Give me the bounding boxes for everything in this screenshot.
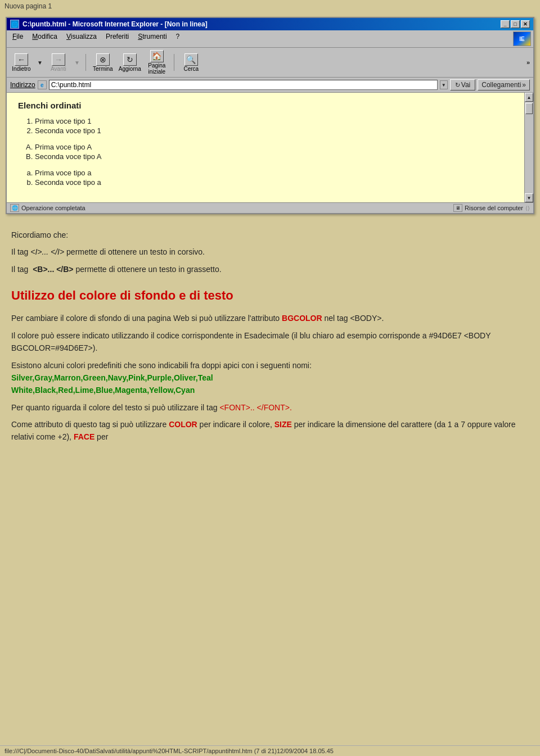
- refresh-button[interactable]: ↻ Aggiorna: [119, 53, 141, 72]
- intro-para-1: Il tag <I>... </I> permette di ottenere …: [11, 246, 529, 258]
- menu-strumenti[interactable]: Strumenti: [134, 31, 170, 46]
- tab-bar: Nuova pagina 1: [0, 0, 540, 12]
- collegamenti-label: Collegamenti: [482, 81, 521, 89]
- address-input-container[interactable]: [49, 80, 438, 90]
- menu-preferiti[interactable]: Preferiti: [102, 31, 132, 46]
- list-section-3: Prima voce tipo a Seconda voce tipo a: [18, 169, 513, 187]
- list-item: Prima voce tipo 1: [35, 117, 513, 125]
- resources-icon: 🖥: [453, 204, 462, 212]
- colors-line1: Silver,Gray,Marron,Green,Navy,Pink,Purpl…: [11, 373, 213, 382]
- tag-b-open: <B>... </B>: [33, 265, 73, 274]
- toolbar-more[interactable]: »: [526, 59, 530, 66]
- browser-title: C:\puntb.html - Microsoft Internet Explo…: [22, 20, 208, 28]
- ie-logo: IE: [513, 31, 531, 46]
- search-icon: 🔍: [184, 53, 198, 66]
- content-heading: Elenchi ordinati: [18, 101, 513, 110]
- para5: Come attributo di questo tag si può util…: [11, 418, 529, 443]
- section-heading: Utilizzo del colore di sfondo e di testo: [11, 286, 529, 305]
- list-item: Seconda voce tipo a: [35, 178, 513, 187]
- footer-path: file:///C|/Documenti-Disco-40/DatiSalvat…: [4, 748, 334, 754]
- collegamenti-arrow: »: [522, 81, 526, 89]
- address-icon: e: [38, 80, 47, 89]
- stop-icon: ⊗: [96, 53, 110, 66]
- back-icon: ←: [15, 53, 28, 66]
- stop-button[interactable]: ⊗ Termina: [92, 53, 114, 72]
- ie-icon: 🌐: [10, 20, 19, 29]
- intro-para-2: Il tag <B>... </B> permette di ottenere …: [11, 263, 529, 275]
- menu-modifica[interactable]: Modifica: [29, 31, 61, 46]
- title-bar-left: 🌐 C:\puntb.html - Microsoft Internet Exp…: [10, 20, 208, 29]
- page-footer: file:///C|/Documenti-Disco-40/DatiSalvat…: [0, 745, 540, 756]
- para5-mid: per indicare il colore,: [197, 420, 274, 429]
- address-input[interactable]: [51, 81, 435, 89]
- para3: Esistono alcuni colori predefiniti che s…: [11, 359, 529, 397]
- colors-line2: White,Black,Red,Lime,Blue,Magenta,Yellow…: [11, 386, 195, 395]
- status-text: Operazione completata: [21, 205, 86, 211]
- para1-attr: BGCOLOR: [282, 314, 322, 323]
- refresh-label: Aggiorna: [119, 66, 141, 72]
- status-left: 🌐 Operazione completata: [10, 204, 86, 212]
- para4: Per quanto riguarda il colore del testo …: [11, 401, 529, 414]
- intro-line-0: Ricordiamo che:: [11, 230, 68, 239]
- ordered-list-alpha-upper: Prima voce tipo A Seconda voce tipo A: [35, 143, 513, 161]
- para5-end: per: [94, 432, 108, 441]
- close-button[interactable]: ✕: [521, 20, 530, 28]
- para5-size: SIZE: [274, 420, 292, 429]
- title-bar-controls: _ □ ✕: [501, 20, 530, 28]
- ie-logo-area: IE: [513, 31, 531, 46]
- browser-status-bar: 🌐 Operazione completata 🖥 Risorse del co…: [7, 202, 533, 213]
- address-label: Indirizzo: [10, 81, 35, 89]
- scrollbar-down-btn[interactable]: ▼: [525, 193, 533, 202]
- vai-button[interactable]: ↻ Vai: [450, 79, 475, 90]
- para2: Il colore può essere indicato utilizzand…: [11, 329, 529, 355]
- home-icon: 🏠: [150, 50, 164, 62]
- sep1: [86, 54, 86, 71]
- back-dropdown[interactable]: ▼: [37, 60, 43, 66]
- tag-i-open: <I>... </I>: [30, 247, 64, 256]
- ordered-list-alpha-lower: Prima voce tipo a Seconda voce tipo a: [35, 169, 513, 187]
- menu-help[interactable]: ?: [173, 31, 183, 46]
- list-item: Seconda voce tipo 1: [35, 126, 513, 135]
- para5-face: FACE: [74, 432, 94, 441]
- forward-button[interactable]: → Avanti: [47, 53, 70, 72]
- home-button[interactable]: 🏠 Paginainiziale: [146, 50, 168, 75]
- status-icon: 🌐: [10, 204, 19, 212]
- forward-label: Avanti: [51, 66, 66, 72]
- search-button[interactable]: 🔍 Cerca: [180, 53, 202, 72]
- menu-file[interactable]: File: [9, 31, 26, 46]
- para5-before: Come attributo di questo tag si può util…: [11, 420, 169, 429]
- maximize-button[interactable]: □: [511, 20, 520, 28]
- toolbar: ← Indietro ▼ → Avanti ▼ ⊗ Termina ↻ Aggi…: [7, 48, 533, 78]
- ordered-list-numeric: Prima voce tipo 1 Seconda voce tipo 1: [35, 117, 513, 135]
- forward-dropdown: ▼: [74, 60, 80, 66]
- para1-after: nel tag <BODY>.: [322, 314, 384, 323]
- list-item: Prima voce tipo a: [35, 169, 513, 177]
- stop-label: Termina: [93, 66, 113, 72]
- minimize-button[interactable]: _: [501, 20, 510, 28]
- search-label: Cerca: [184, 66, 199, 72]
- back-button[interactable]: ← Indietro: [10, 53, 33, 72]
- list-item: Seconda voce tipo A: [35, 152, 513, 161]
- para1: Per cambiare il colore di sfondo di una …: [11, 312, 529, 324]
- collegamenti-button[interactable]: Collegamenti »: [478, 79, 530, 90]
- para1-before: Per cambiare il colore di sfondo di una …: [11, 314, 282, 323]
- address-bar: Indirizzo e ▼ ↻ Vai Collegamenti »: [7, 78, 533, 93]
- list-section-2: Prima voce tipo A Seconda voce tipo A: [18, 143, 513, 161]
- home-label: Paginainiziale: [148, 62, 165, 75]
- vai-arrow: ↻: [455, 82, 460, 89]
- intro-para-0: Ricordiamo che:: [11, 229, 529, 241]
- para3-before: Esistono alcuni colori predefiniti che s…: [11, 361, 312, 370]
- forward-icon: →: [52, 53, 65, 66]
- para4-before: Per quanto riguarda il colore del testo …: [11, 403, 219, 412]
- scrollbar-up-btn[interactable]: ▲: [525, 93, 533, 102]
- address-dropdown-btn[interactable]: ▼: [440, 80, 448, 89]
- scrollbar[interactable]: ▲ ▼: [524, 93, 533, 202]
- browser-window: 🌐 C:\puntb.html - Microsoft Internet Exp…: [6, 17, 534, 214]
- content-main: Elenchi ordinati Prima voce tipo 1 Secon…: [7, 93, 524, 202]
- menu-visualizza[interactable]: Visualizza: [63, 31, 100, 46]
- back-label: Indietro: [12, 66, 30, 72]
- status-right-text: Risorse del computer: [465, 205, 523, 211]
- refresh-icon: ↻: [123, 53, 137, 66]
- vai-label: Vai: [461, 81, 470, 89]
- scrollbar-thumb[interactable]: [525, 103, 533, 114]
